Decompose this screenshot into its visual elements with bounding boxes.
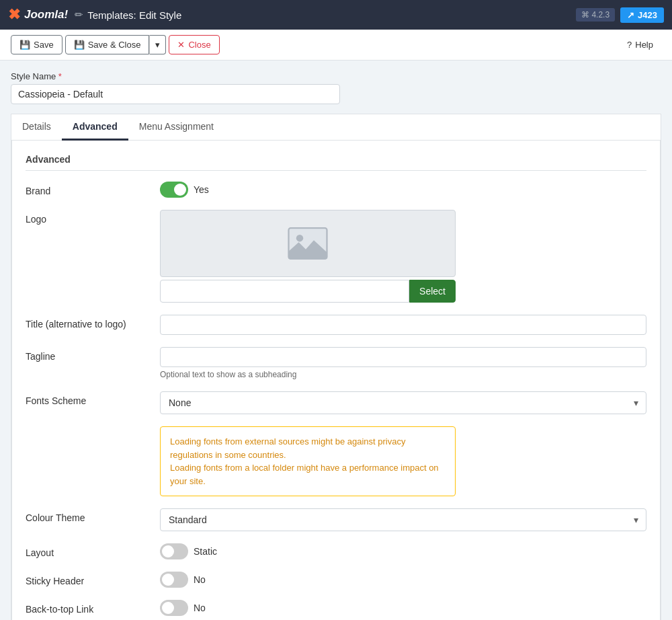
advanced-panel: Advanced Brand Yes Logo	[11, 141, 661, 620]
main-content: Style Name * Details Advanced Menu Assig…	[0, 61, 672, 620]
colour-theme-label: Colour Theme	[26, 508, 160, 523]
back-to-top-toggle[interactable]	[160, 600, 188, 616]
fonts-scheme-select[interactable]: None Roboto / Noto Sans Source Pro	[160, 391, 646, 414]
advanced-section-title: Advanced	[26, 154, 646, 171]
page-title: ✏ Templates: Edit Style	[75, 9, 181, 21]
tagline-row: Tagline Optional text to show as a subhe…	[26, 347, 646, 379]
back-to-top-row: Back-to-top Link No	[26, 600, 646, 616]
layout-row: Layout Static	[26, 543, 646, 559]
title-content	[160, 315, 646, 335]
tab-details[interactable]: Details	[11, 114, 62, 141]
user-link-icon: ↗	[627, 10, 634, 20]
layout-toggle-wrap: Static	[160, 543, 646, 559]
sticky-header-label-text: No	[194, 574, 206, 585]
user-badge[interactable]: ↗ J423	[620, 7, 664, 23]
back-to-top-toggle-wrap: No	[160, 600, 646, 616]
style-name-label: Style Name *	[11, 71, 661, 81]
tabs-bar: Details Advanced Menu Assignment	[11, 114, 661, 141]
save-close-dropdown[interactable]: ▾	[149, 35, 166, 54]
fonts-scheme-content: None Roboto / Noto Sans Source Pro	[160, 391, 646, 414]
save-button[interactable]: 💾 Save	[11, 35, 62, 54]
svg-point-1	[296, 235, 304, 242]
back-to-top-slider	[160, 600, 188, 616]
user-label: J423	[638, 10, 657, 20]
colour-theme-select-wrap: Standard Alternative	[160, 508, 646, 531]
layout-content: Static	[160, 543, 646, 559]
brand-toggle-slider	[160, 182, 188, 198]
back-to-top-label: Back-to-top Link	[26, 600, 160, 615]
tab-menu-assignment[interactable]: Menu Assignment	[128, 114, 224, 141]
tagline-hint: Optional text to show as a subheading	[160, 370, 646, 379]
tabs-section: Details Advanced Menu Assignment Advance…	[11, 114, 661, 620]
title-label: Title (alternative to logo)	[26, 315, 160, 330]
sticky-header-content: No	[160, 572, 646, 588]
fonts-scheme-label: Fonts Scheme	[26, 391, 160, 406]
style-name-group: Style Name *	[11, 71, 661, 104]
logo-content: Select	[160, 210, 646, 303]
warning-row: Loading fonts from external sources migh…	[26, 426, 646, 496]
save-close-button[interactable]: 💾 Save & Close	[65, 35, 150, 54]
layout-toggle-slider	[160, 543, 188, 559]
question-icon: ?	[627, 40, 632, 50]
back-to-top-content: No	[160, 600, 646, 616]
layout-toggle-label: Static	[194, 546, 217, 557]
sticky-header-label: Sticky Header	[26, 572, 160, 586]
tab-advanced[interactable]: Advanced	[62, 114, 128, 141]
logo-select-button[interactable]: Select	[409, 280, 456, 303]
help-button[interactable]: ? Help	[619, 36, 661, 54]
layout-toggle[interactable]	[160, 543, 188, 559]
joomla-logo-text: Joomla!	[24, 8, 68, 22]
title-row: Title (alternative to logo)	[26, 315, 646, 335]
sticky-header-toggle[interactable]	[160, 572, 188, 588]
style-name-input[interactable]	[11, 84, 340, 104]
title-input[interactable]	[160, 315, 646, 335]
save-close-group: 💾 Save & Close ▾	[65, 35, 167, 54]
version-badge: ⌘ 4.2.3	[576, 8, 615, 22]
fonts-scheme-select-wrap: None Roboto / Noto Sans Source Pro	[160, 391, 646, 414]
fonts-warning-box: Loading fonts from external sources migh…	[160, 426, 456, 496]
pencil-icon: ✏	[75, 9, 83, 21]
joomla-logo-icon: ✖	[8, 6, 20, 24]
fonts-scheme-row: Fonts Scheme None Roboto / Noto Sans Sou…	[26, 391, 646, 414]
colour-theme-content: Standard Alternative	[160, 508, 646, 531]
tagline-input[interactable]	[160, 347, 646, 367]
required-indicator: *	[58, 71, 62, 81]
close-button[interactable]: ✕ Close	[169, 35, 219, 54]
back-to-top-label-text: No	[194, 603, 206, 613]
logo-input-row: Select	[160, 280, 456, 303]
logo-file-input[interactable]	[160, 280, 409, 303]
brand-toggle[interactable]	[160, 182, 188, 198]
save-close-icon: 💾	[74, 40, 85, 50]
warning-text: Loading fonts from external sources migh…	[170, 435, 446, 488]
colour-theme-row: Colour Theme Standard Alternative	[26, 508, 646, 531]
image-placeholder	[288, 227, 328, 260]
brand-toggle-label: Yes	[194, 184, 209, 195]
colour-theme-select[interactable]: Standard Alternative	[160, 508, 646, 531]
toolbar: 💾 Save 💾 Save & Close ▾ ✕ Close ? Help	[0, 30, 672, 61]
brand-toggle-wrap: Yes	[160, 182, 646, 198]
sticky-header-slider	[160, 572, 188, 588]
dropdown-chevron-icon: ▾	[155, 40, 160, 50]
tagline-content: Optional text to show as a subheading	[160, 347, 646, 379]
close-icon: ✕	[177, 40, 185, 50]
joomla-logo[interactable]: ✖ Joomla!	[8, 6, 68, 24]
brand-row: Brand Yes	[26, 182, 646, 198]
brand-label: Brand	[26, 182, 160, 196]
logo-row: Logo Select	[26, 210, 646, 303]
save-icon: 💾	[19, 40, 30, 50]
top-nav: ✖ Joomla! ✏ Templates: Edit Style ⌘ 4.2.…	[0, 0, 672, 30]
logo-preview	[160, 210, 456, 277]
layout-label: Layout	[26, 543, 160, 558]
logo-label: Logo	[26, 210, 160, 225]
tagline-label: Tagline	[26, 347, 160, 362]
image-placeholder-icon	[288, 227, 328, 260]
sticky-header-toggle-wrap: No	[160, 572, 646, 588]
sticky-header-row: Sticky Header No	[26, 572, 646, 588]
